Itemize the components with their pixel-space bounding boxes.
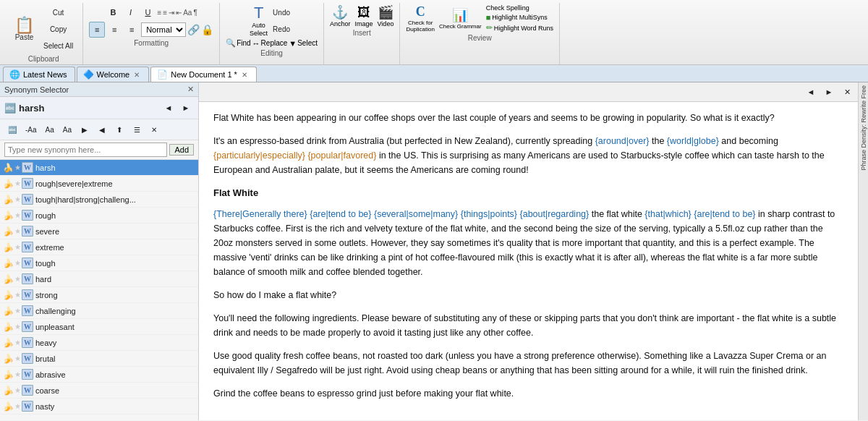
tool-btn-3[interactable]: Aa xyxy=(42,122,58,137)
tool-btn-6[interactable]: ◀ xyxy=(94,122,110,137)
insert-section: ⚓ Anchor 🖼 Image 🎬 Video Insert xyxy=(324,3,400,64)
synonym-list-item[interactable]: 🍌★Wtough|hard|strong|challeng... xyxy=(0,192,198,208)
select-all-button[interactable]: Select All xyxy=(40,38,77,54)
para-3: {There|Generally there} {are|tend to be}… xyxy=(213,207,843,279)
panel-nav: ◄ ► xyxy=(161,100,194,116)
doc-icon: W xyxy=(22,273,33,284)
cut-button[interactable]: Cut xyxy=(40,4,77,20)
star-icon: ★ xyxy=(14,163,21,171)
find-label: Find xyxy=(237,39,250,47)
synonym-list-item[interactable]: 🍌★Wextreme xyxy=(0,239,198,255)
search-input[interactable] xyxy=(4,143,167,157)
prev-word-button[interactable]: ◄ xyxy=(161,100,176,116)
underline-button[interactable]: U xyxy=(140,4,156,20)
editing-section: T Auto Select Undo Redo 🔍 Find xyxy=(220,3,324,64)
doc-icon: W xyxy=(22,178,33,189)
synonym-list-item[interactable]: 🍌★Wstrong xyxy=(0,287,198,303)
banana-icon: 🍌 xyxy=(3,338,14,348)
check-dup-icon: C xyxy=(416,4,425,20)
redo-button[interactable]: Redo xyxy=(269,21,294,37)
banana-icon: 🍌 xyxy=(3,210,14,221)
tool-btn-4[interactable]: Aa xyxy=(59,122,75,137)
synonym-list-item[interactable]: 🍌★Wunpleasant xyxy=(0,319,198,335)
replace-label: Replace xyxy=(261,39,288,47)
auto-select-label2: Select xyxy=(250,30,268,37)
synonym-list-item[interactable]: 🍌★Whard xyxy=(0,271,198,287)
syn-item-text: unpleasant xyxy=(35,323,75,331)
italic-button[interactable]: I xyxy=(122,4,138,20)
synonym-list-item[interactable]: 🍌★Wabrasive xyxy=(0,367,198,383)
tool-btn-7[interactable]: ⬆ xyxy=(111,122,127,137)
panel-close-button[interactable]: ✕ xyxy=(187,85,194,94)
tool-btn-9[interactable]: ✕ xyxy=(146,122,162,137)
syn-item-text: nasty xyxy=(35,402,54,411)
main-area: Synonym Selector ✕ 🔤 harsh ◄ ► 🔤 -Aa Aa … xyxy=(0,82,868,420)
span-are2: {are|tend to be} xyxy=(694,209,755,219)
align-right-button[interactable]: ≡ xyxy=(124,22,140,38)
outdent-icon: ⇤ xyxy=(176,9,182,17)
phrase-density-panel: Phrase Density: Rewrite Free xyxy=(858,82,868,420)
syn-item-text: brutal xyxy=(35,354,56,363)
synonym-list-item[interactable]: 🍌★Wrough|severe|extreme xyxy=(0,176,198,192)
para-5: You'll need the following ingredients. P… xyxy=(213,311,843,340)
synonym-list-item[interactable]: 🍌★Wsevere xyxy=(0,224,198,239)
banana-icon: 🍌 xyxy=(3,401,14,412)
image-button[interactable]: 🖼 Image xyxy=(355,5,373,27)
video-label: Video xyxy=(378,20,394,27)
welcome-close-button[interactable]: ✕ xyxy=(132,71,141,79)
list-icon: ≡ xyxy=(157,9,161,17)
check-duplication-button[interactable]: C Check forDuplication xyxy=(406,4,435,33)
video-button[interactable]: 🎬 Video xyxy=(378,4,394,27)
tool-btn-8[interactable]: ☰ xyxy=(129,122,145,137)
tab-latest-news[interactable]: 🌐 Latest News xyxy=(3,67,75,82)
synonym-list-item[interactable]: 🍌★Wnasty xyxy=(0,399,198,414)
tab-welcome-label: Welcome xyxy=(97,70,130,79)
video-icon: 🎬 xyxy=(378,4,393,20)
synonym-list-item[interactable]: 🍌★Wtough xyxy=(0,255,198,271)
toolbar: 📋 Paste Cut Copy Select All Clipboard B … xyxy=(0,0,868,65)
undo-button[interactable]: Undo xyxy=(269,4,294,20)
tool-btn-2[interactable]: -Aa xyxy=(22,122,41,137)
editor-prev-button[interactable]: ◄ xyxy=(803,84,819,100)
synonym-list-item[interactable]: 🍌★Wheavy xyxy=(0,335,198,351)
editor-close-button[interactable]: ✕ xyxy=(839,84,855,100)
editor-content[interactable]: Flat White has been appearing in our cof… xyxy=(199,102,858,420)
synonym-list-item[interactable]: 🍌★Wbrutal xyxy=(0,351,198,367)
next-word-button[interactable]: ► xyxy=(178,100,194,116)
editor-area: ◄ ► ✕ Flat White has been appearing in o… xyxy=(199,82,858,420)
span-around: {around|over} xyxy=(595,136,650,146)
star-icon: ★ xyxy=(14,402,21,410)
doc-icon: W xyxy=(22,337,33,348)
synonym-list-item[interactable]: 🍌★Wchallenging xyxy=(0,303,198,319)
tool-btn-5[interactable]: ▶ xyxy=(77,122,93,137)
doc-icon: W xyxy=(22,210,33,221)
new-doc-close-button[interactable]: ✕ xyxy=(240,71,249,79)
star-icon: ★ xyxy=(14,354,21,362)
image-icon: 🖼 xyxy=(357,5,370,20)
syn-item-icons: 🍌★W xyxy=(3,353,33,364)
tab-welcome[interactable]: 🔷 Welcome ✕ xyxy=(77,67,150,82)
syn-item-icons: 🍌★W xyxy=(3,369,33,380)
tool-btn-1[interactable]: 🔤 xyxy=(4,122,20,137)
anchor-button[interactable]: ⚓ Anchor xyxy=(330,4,351,27)
add-synonym-button[interactable]: Add xyxy=(169,144,194,156)
doc-icon: W xyxy=(22,353,33,364)
synonym-list-item[interactable]: 🍌★Wcoarse xyxy=(0,383,198,399)
align-left-button[interactable]: ≡ xyxy=(89,22,105,38)
paste-button[interactable]: 📋 Paste xyxy=(10,16,38,43)
doc-icon: W xyxy=(22,385,33,396)
bold-button[interactable]: B xyxy=(105,4,121,20)
banana-icon: 🍌 xyxy=(3,370,14,380)
tab-new-document[interactable]: 📄 New Document 1 * ✕ xyxy=(150,67,257,82)
synonym-list-item[interactable]: 🍌★Wharsh xyxy=(0,160,198,176)
check-grammar-button[interactable]: 📊 Check Grammar xyxy=(439,7,482,30)
synonym-list-item[interactable]: 🍌★Wrough xyxy=(0,208,198,224)
panel-word: harsh xyxy=(19,103,158,114)
editor-next-button[interactable]: ► xyxy=(821,84,837,100)
copy-button[interactable]: Copy xyxy=(40,21,77,37)
panel-title: Synonym Selector xyxy=(4,85,69,94)
format-select[interactable]: Normal xyxy=(141,22,186,37)
doc-icon: W xyxy=(22,321,33,332)
align-center-button[interactable]: ≡ xyxy=(106,22,122,38)
para-2: It's an espresso-based drink from Austra… xyxy=(213,134,843,177)
